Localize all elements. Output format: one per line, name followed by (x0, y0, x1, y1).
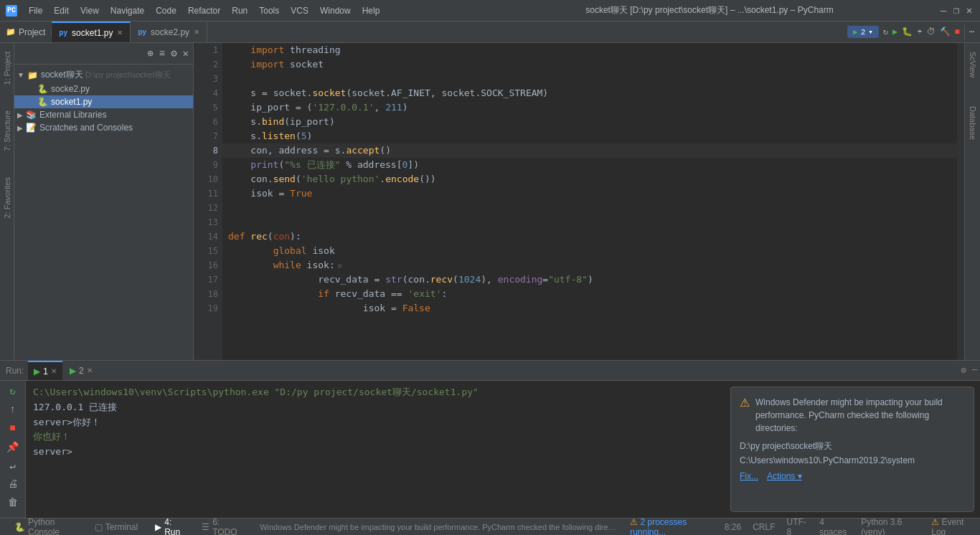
console-line-4: 你也好！ (33, 430, 717, 445)
menu-vcs[interactable]: VCS (285, 4, 314, 17)
indent-label[interactable]: 4 spaces (819, 517, 849, 536)
py-icon-2: py (138, 28, 146, 36)
run-tab-2[interactable]: ▶ 2 ✕ (64, 361, 98, 380)
left-tab-1[interactable]: 1: Project (1, 46, 14, 90)
close-button[interactable]: ✕ (964, 6, 974, 16)
terminal-tab[interactable]: ▢ Terminal (89, 522, 143, 532)
sidebar-close-btn[interactable]: ✕ (182, 46, 190, 61)
menu-window[interactable]: Window (314, 4, 357, 17)
warning-icon: ⚠ (740, 396, 750, 409)
encoding-label[interactable]: UTF-8 (787, 517, 809, 536)
menu-navigate[interactable]: Navigate (105, 4, 150, 17)
rerun-btn[interactable]: ↻ (6, 384, 20, 398)
tree-item-scratches[interactable]: ▶ 📝 Scratches and Consoles (14, 121, 193, 134)
maximize-button[interactable]: ❐ (951, 6, 961, 16)
run-label: Run: (3, 366, 27, 376)
run-tabs-bar: Run: ▶ 1 ✕ ▶ 2 ✕ ⚙ — (0, 361, 980, 381)
notif-fix-link[interactable]: Fix... (740, 471, 758, 481)
event-log-btn[interactable]: ⚠ Event Log (931, 517, 974, 536)
menu-bar: File Edit View Navigate Code Refactor Ru… (23, 2, 481, 19)
ln-13: 13 (198, 215, 218, 229)
code-content[interactable]: import threading import socket s = socke… (222, 43, 957, 360)
menu-file[interactable]: File (23, 4, 48, 17)
python-console-label: Python Console (28, 517, 77, 536)
ln-16: 16 (198, 258, 218, 273)
code-line-17: recv_data = str(con.recv(1024), encoding… (222, 273, 957, 287)
softrap-btn[interactable]: ↵ (6, 458, 20, 473)
menu-view[interactable]: View (75, 4, 105, 17)
python-version[interactable]: Python 3.6 (venv) (861, 517, 920, 536)
toolbar-profile-icon[interactable]: ⏱ (927, 27, 936, 37)
editor-scrollbar[interactable] (957, 43, 964, 360)
todo-label: 6: TODO (212, 517, 240, 536)
sidebar-collapse-btn[interactable]: ≡ (158, 47, 166, 61)
run-tab-1[interactable]: ▶ 1 ✕ (28, 361, 62, 380)
ln-10: 10 (198, 172, 218, 186)
tab-socke2[interactable]: py socke2.py ✕ (131, 22, 207, 42)
tab-socket1[interactable]: py socket1.py ✕ (52, 22, 131, 42)
minimize-button[interactable]: — (938, 6, 948, 16)
pin-btn[interactable]: 📌 (6, 440, 20, 454)
menu-refactor[interactable]: Refactor (182, 4, 226, 17)
stop-btn[interactable]: ■ (6, 421, 20, 435)
processes-indicator[interactable]: ⚠ 2 processes running... (630, 517, 713, 536)
run-settings-icon[interactable]: ⚙ (961, 365, 966, 376)
menu-tools[interactable]: Tools (253, 4, 285, 17)
sidebar-settings-btn[interactable]: ⚙ (169, 46, 178, 61)
toolbar-run-icon[interactable]: ▶ (892, 27, 897, 37)
toolbar-debug-icon[interactable]: 🐛 (902, 27, 913, 37)
py-file-icon-socke2: 🐍 (37, 84, 48, 94)
code-line-3 (222, 72, 957, 86)
title-bar: PC File Edit View Navigate Code Refactor… (0, 0, 980, 22)
code-editor[interactable]: 1 2 3 4 5 6 7 8 9 10 11 12 13 14 15 16 1… (194, 43, 964, 360)
run-count-badge[interactable]: ▶ 2 ▾ (847, 26, 879, 38)
clear-btn[interactable]: 🗑 (6, 496, 20, 510)
tree-item-root[interactable]: ▼ 📁 socket聊天 D:\py project\socket聊天 (14, 67, 193, 82)
project-tab-label[interactable]: Project (19, 27, 45, 37)
notification-popup: ⚠ Windows Defender might be impacting yo… (730, 387, 974, 512)
run-tab-2-close[interactable]: ✕ (87, 366, 93, 374)
run-tab-bottom[interactable]: ▶ 4: Run (149, 517, 190, 536)
code-line-4: s = socket.socket(socket.AF_INET, socket… (222, 86, 957, 100)
menu-run[interactable]: Run (226, 4, 253, 17)
sidebar-locate-btn[interactable]: ⊕ (146, 46, 154, 61)
run-settings-btn[interactable]: ⚙ — (961, 365, 977, 376)
menu-code[interactable]: Code (150, 4, 182, 17)
toolbar-coverage-icon[interactable]: ☂ (917, 27, 922, 37)
run-count-chevron: ▾ (868, 27, 873, 37)
bottom-panel: Run: ▶ 1 ✕ ▶ 2 ✕ ⚙ — ↻ ↑ ■ 📌 ↵ 🖨 🗑 C:\ (0, 360, 980, 518)
left-tab-2[interactable]: 7: Structure (1, 105, 14, 157)
ln-7: 7 (198, 129, 218, 143)
print-btn[interactable]: 🖨 (6, 477, 20, 491)
menu-edit[interactable]: Edit (48, 4, 75, 17)
notif-actions-link[interactable]: Actions ▾ (767, 471, 802, 481)
line-ending[interactable]: CRLF (753, 522, 775, 532)
toolbar-stop-icon[interactable]: ■ (955, 27, 960, 37)
code-line-10: con.send('hello python'.encode()) (222, 172, 957, 186)
ext-libs-icon: 📚 (26, 110, 37, 120)
run-tab-1-close[interactable]: ✕ (51, 367, 57, 375)
todo-tab[interactable]: ☰ 6: TODO (196, 517, 245, 536)
tree-item-socke2[interactable]: 🐍 socke2.py (14, 82, 193, 95)
python-console-tab[interactable]: 🐍 Python Console (9, 517, 83, 536)
scroll-up-btn[interactable]: ↑ (6, 402, 20, 417)
terminal-label: Terminal (105, 522, 138, 532)
tree-item-ext-libs[interactable]: ▶ 📚 External Libraries (14, 108, 193, 121)
left-tab-3[interactable]: 2: Favorites (1, 171, 14, 224)
menu-help[interactable]: Help (357, 4, 386, 17)
toolbar-refresh-icon[interactable]: ↻ (883, 27, 888, 37)
ln-6: 6 (198, 115, 218, 129)
code-line-16: while isok:⊙ (222, 258, 957, 273)
right-tab-sciview[interactable]: ScView (966, 46, 979, 83)
ln-3: 3 (198, 72, 218, 86)
toolbar-more-icon[interactable]: ⋯ (969, 27, 974, 37)
tab-socket1-close[interactable]: ✕ (117, 29, 123, 37)
run-minimize-icon[interactable]: — (972, 365, 977, 376)
console-output[interactable]: C:\Users\windows10\venv\Scripts\python.e… (26, 381, 725, 518)
right-tab-database[interactable]: Database (966, 100, 979, 146)
right-panel: ScView Database (964, 43, 980, 360)
tab-socke2-close[interactable]: ✕ (194, 28, 199, 36)
status-bar: 🐍 Python Console ▢ Terminal ▶ 4: Run ☰ 6… (0, 518, 980, 535)
tree-item-socket1[interactable]: 🐍 socket1.py (14, 95, 193, 108)
toolbar-build-icon[interactable]: 🔨 (940, 27, 951, 37)
